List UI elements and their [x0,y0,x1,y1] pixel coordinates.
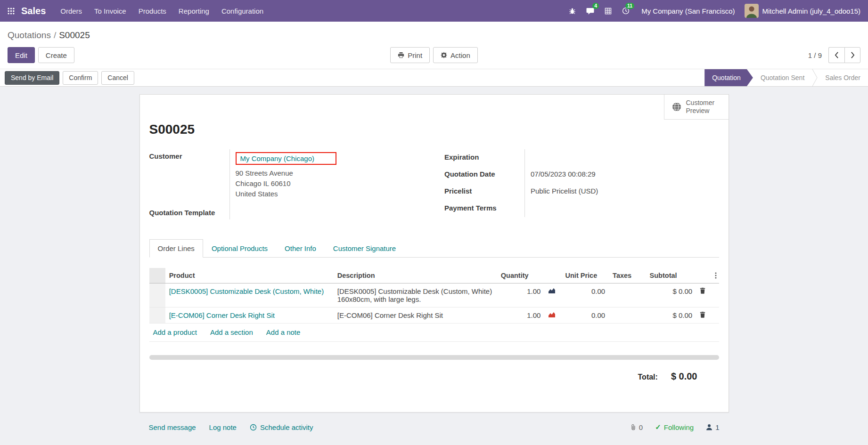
right-field-group: Expiration Quotation Date 07/05/2023 00:… [444,149,719,219]
create-button[interactable]: Create [38,47,74,63]
statusbar: Send by Email Confirm Cancel Quotation Q… [0,69,868,87]
horizontal-scrollbar[interactable] [149,355,719,360]
line-taxes [609,283,646,307]
quotation-template-value[interactable] [229,202,424,219]
menu-orders[interactable]: Orders [54,1,88,21]
quotation-date-label: Quotation Date [444,166,524,183]
add-a-section-link[interactable]: Add a section [210,328,253,336]
payment-terms-value[interactable] [524,200,719,217]
top-navbar: Sales Orders To Invoice Products Reporti… [0,0,868,22]
product-link[interactable]: [E-COM06] Corner Desk Right Sit [169,311,275,319]
breadcrumb: Quotations/S00025 [0,22,868,42]
customer-link[interactable]: My Company (Chicago) [240,154,315,162]
notebook-tabs: Order Lines Optional Products Other Info… [149,239,719,258]
status-quotation[interactable]: Quotation [704,69,753,86]
clock-icon [250,424,257,431]
tab-other-info[interactable]: Other Info [276,239,325,258]
quotation-sheet: Customer Preview S00025 Customer My Comp… [139,94,729,413]
action-button[interactable]: Action [433,47,478,63]
control-panel: Quotations/S00025 Edit Create Print [0,22,868,69]
order-line-row: [E-COM06] Corner Desk Right Sit [E-COM06… [149,307,719,324]
form-view: Customer Preview S00025 Customer My Comp… [0,94,868,443]
column-product[interactable]: Product [165,268,334,283]
quotation-date-value: 07/05/2023 00:08:29 [524,166,719,183]
menu-configuration[interactable]: Configuration [215,1,270,21]
user-menu[interactable]: Mitchell Admin (july_4_odoo15) [762,7,860,15]
edit-button[interactable]: Edit [8,47,35,63]
column-handle [149,268,165,283]
chatter: Send message Log note Schedule activity [139,423,729,431]
breadcrumb-separator: / [51,30,59,40]
tab-optional-products[interactable]: Optional Products [203,239,276,258]
total-label: Total: [638,373,658,381]
printer-icon [398,52,404,58]
bug-icon[interactable] [564,0,581,22]
customer-preview-button[interactable]: Customer Preview [664,95,729,120]
add-a-note-link[interactable]: Add a note [266,328,301,336]
activities-badge: 11 [625,3,634,9]
quotation-template-label: Quotation Template [149,202,229,219]
column-subtotal[interactable]: Subtotal [646,268,696,283]
send-message-button[interactable]: Send message [149,423,196,431]
pager-next-button[interactable] [844,47,860,63]
company-switcher[interactable]: My Company (San Francisco) [635,7,741,15]
delete-line-icon[interactable] [696,283,711,307]
attachments-count: 0 [639,423,643,431]
status-quotation-sent[interactable]: Quotation Sent [753,69,812,86]
menu-products[interactable]: Products [132,1,172,21]
column-options-icon[interactable] [711,268,719,283]
add-a-product-link[interactable]: Add a product [153,328,197,336]
delete-line-icon[interactable] [696,307,711,324]
user-icon [706,424,712,430]
customer-address: 90 Streets Avenue Chicago IL 60610 Unite… [236,168,424,199]
notebook: Order Lines Optional Products Other Info… [149,239,719,382]
drag-handle[interactable] [149,283,165,307]
line-description: [E-COM06] Corner Desk Right Sit [334,307,497,324]
cancel-button[interactable]: Cancel [101,71,134,85]
following-button[interactable]: ✓ Following [655,423,694,431]
tab-customer-signature[interactable]: Customer Signature [325,239,404,258]
line-description: [DESK0005] Customizable Desk (Custom, Wh… [334,283,497,307]
table-header-row: Product Description Quantity Unit Price … [149,268,719,283]
pager-previous-button[interactable] [828,47,844,63]
column-unit-price[interactable]: Unit Price [562,268,609,283]
app-name[interactable]: Sales [21,6,46,16]
activities-clock-icon[interactable]: 11 [617,0,635,22]
apps-menu-icon[interactable] [8,8,17,15]
tab-order-lines[interactable]: Order Lines [149,239,203,258]
send-by-email-button[interactable]: Send by Email [5,71,59,85]
spreadsheet-icon[interactable] [599,0,617,22]
menu-to-invoice[interactable]: To Invoice [88,1,132,21]
gear-icon [441,52,447,58]
followers-button[interactable]: 1 [706,423,719,431]
breadcrumb-quotations-link[interactable]: Quotations [8,30,51,40]
check-icon: ✓ [655,423,661,431]
column-quantity[interactable]: Quantity [497,268,545,283]
status-sales-order[interactable]: Sales Order [818,69,868,86]
log-note-button[interactable]: Log note [209,423,237,431]
product-link[interactable]: [DESK0005] Customizable Desk (Custom, Wh… [169,287,324,295]
drag-handle[interactable] [149,307,165,324]
column-description[interactable]: Description [334,268,497,283]
column-forecast [544,268,561,283]
column-taxes[interactable]: Taxes [609,268,646,283]
schedule-activity-button[interactable]: Schedule activity [250,423,313,431]
avatar[interactable] [745,4,759,18]
expiration-value[interactable] [524,149,719,166]
forecast-chart-icon[interactable] [544,283,561,307]
messages-icon[interactable]: 4 [581,0,599,22]
confirm-button[interactable]: Confirm [63,71,98,85]
order-lines-table: Product Description Quantity Unit Price … [149,268,719,324]
menu-reporting[interactable]: Reporting [172,1,215,21]
pager-value[interactable]: 1 / 9 [808,51,822,59]
attachments-button[interactable]: 0 [630,423,643,431]
print-button[interactable]: Print [390,47,430,63]
pricelist-label: Pricelist [444,183,524,200]
breadcrumb-current: S00025 [59,30,90,40]
column-trash [696,268,711,283]
forecast-chart-icon[interactable] [544,307,561,324]
line-quantity: 1.00 [497,307,545,324]
line-taxes [609,307,646,324]
line-quantity: 1.00 [497,283,545,307]
totals: Total: $ 0.00 [149,371,719,382]
